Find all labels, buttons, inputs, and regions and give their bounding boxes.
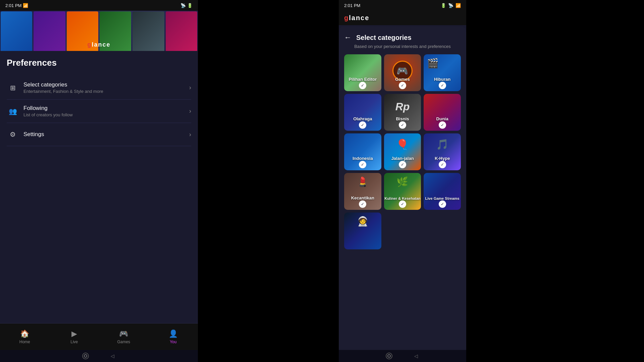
following-icon: 👥 — [7, 105, 19, 117]
jalan-jalan-check: ✓ — [399, 161, 406, 168]
astronaut-bg: 🧑‍🚀 — [344, 213, 381, 249]
you-icon: 👤 — [169, 329, 178, 338]
following-label: Following — [23, 105, 189, 112]
bisnis-label: Bisnis — [384, 116, 421, 121]
settings-text: Settings — [23, 131, 189, 138]
food-icon: 🌿 — [396, 176, 408, 187]
category-pilihan-editor[interactable]: Pilihan Editor ✓ — [344, 54, 381, 91]
nav-you-label: You — [170, 340, 176, 344]
hiburan-check: ✓ — [439, 82, 446, 89]
right-phone: 2:01 PM 🔋 📡 📶 glance ← Select categories… — [339, 0, 466, 362]
right-status-bar: 2:01 PM 🔋 📡 📶 — [339, 0, 466, 11]
following-chevron: › — [189, 108, 191, 115]
nav-live[interactable]: ▶ Live — [50, 323, 99, 350]
time-left: 2:01 PM — [5, 3, 21, 8]
category-dunia[interactable]: Dunia ✓ — [424, 94, 461, 131]
home-icon: 🏠 — [20, 329, 29, 338]
nav-home[interactable]: 🏠 Home — [0, 323, 50, 350]
nav-games[interactable]: 🎮 Games — [99, 323, 149, 350]
preferences-title: Preferences — [7, 58, 191, 68]
left-phone: 2:01 PM 📶 📡 🔋 glance Preferences ⊞ Selec — [0, 0, 198, 362]
right-top-bar: glance — [339, 11, 466, 25]
right-time: 2:01 PM — [344, 3, 360, 8]
olahraga-label: Olahraga — [344, 116, 381, 121]
astronaut-icon: 🧑‍🚀 — [357, 216, 369, 227]
hiburan-label: Hiburan — [424, 77, 461, 82]
right-wifi-icon: 📡 — [448, 3, 453, 8]
right-home-circle — [387, 354, 391, 358]
category-bisnis[interactable]: Rp Bisnis ✓ — [384, 94, 421, 131]
status-icons-left: 📶 — [23, 3, 28, 8]
jalan-jalan-label: Jalan-jalan — [384, 156, 421, 161]
dunia-check: ✓ — [439, 121, 446, 129]
category-kecantikan[interactable]: 💄 Kecantikan ✓ — [344, 173, 381, 210]
nav-you[interactable]: 👤 You — [149, 323, 198, 350]
back-button[interactable]: ← — [344, 33, 352, 42]
home-circle-icon — [84, 354, 87, 358]
k-hype-label: K-Hype — [424, 156, 461, 161]
right-back-triangle: ◁ — [414, 353, 418, 359]
nav-games-label: Games — [117, 340, 130, 344]
games-check: ✓ — [399, 82, 406, 89]
back-sys-btn[interactable]: ◁ — [109, 353, 116, 359]
category-live-game-streams[interactable]: Live Game Streams ✓ — [424, 173, 461, 210]
makeup-icon: 💄 — [357, 176, 369, 187]
select-categories-item[interactable]: ⊞ Select categories Entertainment, Fashi… — [7, 76, 191, 100]
nav-home-label: Home — [19, 340, 30, 344]
following-text: Following List of creators you follow — [23, 105, 189, 117]
category-kuliner-kesehatan[interactable]: 🌿 Kuliner & Kesehatan ✓ — [384, 173, 421, 210]
glance-logo-left: glance — [87, 41, 110, 48]
following-item[interactable]: 👥 Following List of creators you follow … — [7, 100, 191, 123]
bisnis-check: ✓ — [399, 121, 406, 129]
right-back-btn[interactable]: ◁ — [413, 353, 419, 359]
games-nav-icon: 🎮 — [119, 329, 128, 338]
dunia-label: Dunia — [424, 116, 461, 121]
settings-item[interactable]: ⚙ Settings › — [7, 123, 191, 146]
kecantikan-check: ✓ — [359, 200, 366, 208]
left-system-bar: ◁ — [0, 350, 198, 362]
hero-banner: glance — [0, 11, 198, 51]
hero-thumb-6 — [166, 11, 197, 51]
category-k-hype[interactable]: 🎵 K-Hype ✓ — [424, 133, 461, 170]
status-time-left: 2:01 PM 📶 — [5, 3, 28, 8]
category-astronaut[interactable]: 🧑‍🚀 — [344, 213, 381, 249]
music-icon: 🎵 — [436, 138, 448, 150]
kuliner-label: Kuliner & Kesehatan — [384, 196, 421, 200]
hero-thumb-5 — [132, 11, 164, 51]
live-game-label: Live Game Streams — [424, 196, 461, 200]
settings-chevron: › — [189, 131, 191, 138]
categories-grid: Pilihan Editor ✓ 🎮 Games ✓ 🎬 Hiburan ✓ O… — [344, 54, 461, 249]
right-filler — [466, 0, 644, 362]
bottom-nav: 🏠 Home ▶ Live 🎮 Games 👤 You — [0, 323, 198, 350]
right-home-btn[interactable] — [386, 353, 392, 359]
preferences-content: Preferences ⊞ Select categories Entertai… — [0, 51, 198, 323]
right-battery-icon: 🔋 — [441, 3, 446, 8]
home-sys-btn[interactable] — [82, 353, 89, 359]
kecantikan-label: Kecantikan — [344, 195, 381, 200]
hiburan-icon: 🎬 — [427, 58, 439, 69]
back-triangle-icon: ◁ — [111, 353, 114, 359]
following-sublabel: List of creators you follow — [23, 112, 189, 117]
right-status-icons: 🔋 📡 📶 — [441, 3, 461, 8]
category-jalan-jalan[interactable]: 🎈 Jalan-jalan ✓ — [384, 133, 421, 170]
indonesia-label: Indonesia — [344, 156, 381, 161]
category-hiburan[interactable]: 🎬 Hiburan ✓ — [424, 54, 461, 91]
select-categories-text: Select categories Entertainment, Fashion… — [23, 81, 189, 94]
category-games[interactable]: 🎮 Games ✓ — [384, 54, 421, 91]
panel-header: ← Select categories — [344, 33, 461, 42]
olahraga-check: ✓ — [359, 121, 366, 129]
panel-subtitle: Based on your personal interests and pre… — [344, 44, 461, 49]
balloon-icon: 🎈 — [396, 138, 409, 150]
category-indonesia[interactable]: Indonesia ✓ — [344, 133, 381, 170]
indonesia-check: ✓ — [359, 161, 366, 168]
category-olahraga[interactable]: Olahraga ✓ — [344, 94, 381, 131]
hero-thumb-1 — [1, 11, 32, 51]
hero-thumb-2 — [34, 11, 65, 51]
settings-label: Settings — [23, 131, 189, 138]
games-label: Games — [384, 77, 421, 82]
select-categories-chevron: › — [189, 84, 191, 91]
k-hype-check: ✓ — [439, 161, 446, 168]
battery-icon-left: 🔋 — [187, 3, 193, 8]
live-icon: ▶ — [71, 329, 77, 338]
live-game-check: ✓ — [439, 200, 446, 208]
